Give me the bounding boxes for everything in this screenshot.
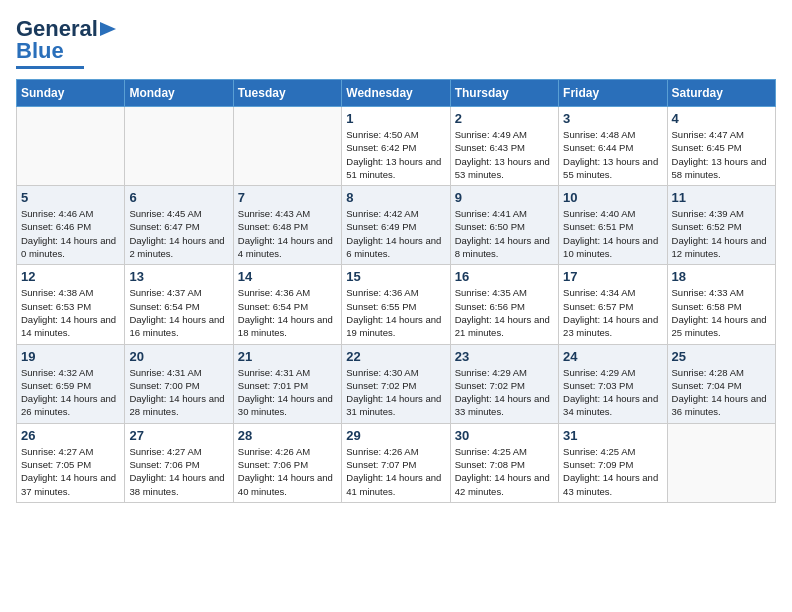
calendar-day-cell: 27 Sunrise: 4:27 AMSunset: 7:06 PMDaylig… [125,423,233,502]
day-number: 14 [238,269,337,284]
calendar-week-row: 5 Sunrise: 4:46 AMSunset: 6:46 PMDayligh… [17,186,776,265]
calendar-week-row: 1 Sunrise: 4:50 AMSunset: 6:42 PMDayligh… [17,107,776,186]
day-number: 9 [455,190,554,205]
day-info: Sunrise: 4:45 AMSunset: 6:47 PMDaylight:… [129,208,224,259]
day-number: 31 [563,428,662,443]
days-of-week-row: SundayMondayTuesdayWednesdayThursdayFrid… [17,80,776,107]
logo-underline [16,66,84,69]
dow-header: Saturday [667,80,775,107]
calendar-week-row: 26 Sunrise: 4:27 AMSunset: 7:05 PMDaylig… [17,423,776,502]
day-number: 15 [346,269,445,284]
day-number: 23 [455,349,554,364]
day-number: 2 [455,111,554,126]
day-number: 8 [346,190,445,205]
calendar-day-cell: 15 Sunrise: 4:36 AMSunset: 6:55 PMDaylig… [342,265,450,344]
day-info: Sunrise: 4:25 AMSunset: 7:08 PMDaylight:… [455,446,550,497]
day-number: 30 [455,428,554,443]
dow-header: Tuesday [233,80,341,107]
day-info: Sunrise: 4:31 AMSunset: 7:00 PMDaylight:… [129,367,224,418]
day-number: 1 [346,111,445,126]
day-info: Sunrise: 4:30 AMSunset: 7:02 PMDaylight:… [346,367,441,418]
day-info: Sunrise: 4:29 AMSunset: 7:02 PMDaylight:… [455,367,550,418]
day-info: Sunrise: 4:47 AMSunset: 6:45 PMDaylight:… [672,129,767,180]
calendar-day-cell: 2 Sunrise: 4:49 AMSunset: 6:43 PMDayligh… [450,107,558,186]
day-info: Sunrise: 4:42 AMSunset: 6:49 PMDaylight:… [346,208,441,259]
calendar-day-cell: 20 Sunrise: 4:31 AMSunset: 7:00 PMDaylig… [125,344,233,423]
day-number: 27 [129,428,228,443]
calendar-day-cell: 19 Sunrise: 4:32 AMSunset: 6:59 PMDaylig… [17,344,125,423]
calendar-day-cell: 11 Sunrise: 4:39 AMSunset: 6:52 PMDaylig… [667,186,775,265]
calendar-day-cell [233,107,341,186]
calendar-week-row: 19 Sunrise: 4:32 AMSunset: 6:59 PMDaylig… [17,344,776,423]
day-info: Sunrise: 4:25 AMSunset: 7:09 PMDaylight:… [563,446,658,497]
calendar-day-cell: 29 Sunrise: 4:26 AMSunset: 7:07 PMDaylig… [342,423,450,502]
day-info: Sunrise: 4:33 AMSunset: 6:58 PMDaylight:… [672,287,767,338]
calendar-body: 1 Sunrise: 4:50 AMSunset: 6:42 PMDayligh… [17,107,776,503]
day-info: Sunrise: 4:26 AMSunset: 7:06 PMDaylight:… [238,446,333,497]
calendar-day-cell: 28 Sunrise: 4:26 AMSunset: 7:06 PMDaylig… [233,423,341,502]
calendar-day-cell: 22 Sunrise: 4:30 AMSunset: 7:02 PMDaylig… [342,344,450,423]
day-info: Sunrise: 4:38 AMSunset: 6:53 PMDaylight:… [21,287,116,338]
day-info: Sunrise: 4:40 AMSunset: 6:51 PMDaylight:… [563,208,658,259]
day-number: 5 [21,190,120,205]
day-info: Sunrise: 4:26 AMSunset: 7:07 PMDaylight:… [346,446,441,497]
calendar-day-cell: 3 Sunrise: 4:48 AMSunset: 6:44 PMDayligh… [559,107,667,186]
calendar-day-cell: 18 Sunrise: 4:33 AMSunset: 6:58 PMDaylig… [667,265,775,344]
day-number: 16 [455,269,554,284]
day-info: Sunrise: 4:27 AMSunset: 7:05 PMDaylight:… [21,446,116,497]
day-number: 13 [129,269,228,284]
day-number: 20 [129,349,228,364]
day-info: Sunrise: 4:43 AMSunset: 6:48 PMDaylight:… [238,208,333,259]
day-number: 18 [672,269,771,284]
calendar-day-cell: 16 Sunrise: 4:35 AMSunset: 6:56 PMDaylig… [450,265,558,344]
day-info: Sunrise: 4:37 AMSunset: 6:54 PMDaylight:… [129,287,224,338]
day-number: 3 [563,111,662,126]
calendar-day-cell: 13 Sunrise: 4:37 AMSunset: 6:54 PMDaylig… [125,265,233,344]
calendar-day-cell [667,423,775,502]
day-number: 10 [563,190,662,205]
calendar-day-cell: 7 Sunrise: 4:43 AMSunset: 6:48 PMDayligh… [233,186,341,265]
calendar-day-cell: 24 Sunrise: 4:29 AMSunset: 7:03 PMDaylig… [559,344,667,423]
day-info: Sunrise: 4:27 AMSunset: 7:06 PMDaylight:… [129,446,224,497]
day-number: 24 [563,349,662,364]
calendar-day-cell [125,107,233,186]
dow-header: Sunday [17,80,125,107]
day-number: 11 [672,190,771,205]
day-number: 17 [563,269,662,284]
calendar-day-cell [17,107,125,186]
day-info: Sunrise: 4:49 AMSunset: 6:43 PMDaylight:… [455,129,550,180]
calendar-day-cell: 14 Sunrise: 4:36 AMSunset: 6:54 PMDaylig… [233,265,341,344]
day-number: 12 [21,269,120,284]
calendar-day-cell: 12 Sunrise: 4:38 AMSunset: 6:53 PMDaylig… [17,265,125,344]
day-number: 28 [238,428,337,443]
calendar-day-cell: 30 Sunrise: 4:25 AMSunset: 7:08 PMDaylig… [450,423,558,502]
day-number: 19 [21,349,120,364]
logo-blue: Blue [16,38,64,64]
calendar-day-cell: 5 Sunrise: 4:46 AMSunset: 6:46 PMDayligh… [17,186,125,265]
day-number: 21 [238,349,337,364]
calendar-day-cell: 9 Sunrise: 4:41 AMSunset: 6:50 PMDayligh… [450,186,558,265]
day-number: 4 [672,111,771,126]
day-info: Sunrise: 4:46 AMSunset: 6:46 PMDaylight:… [21,208,116,259]
svg-marker-0 [100,22,116,36]
dow-header: Friday [559,80,667,107]
day-info: Sunrise: 4:36 AMSunset: 6:54 PMDaylight:… [238,287,333,338]
day-info: Sunrise: 4:29 AMSunset: 7:03 PMDaylight:… [563,367,658,418]
day-info: Sunrise: 4:31 AMSunset: 7:01 PMDaylight:… [238,367,333,418]
calendar-day-cell: 17 Sunrise: 4:34 AMSunset: 6:57 PMDaylig… [559,265,667,344]
page-header: General Blue [16,16,776,69]
calendar-day-cell: 31 Sunrise: 4:25 AMSunset: 7:09 PMDaylig… [559,423,667,502]
calendar-table: SundayMondayTuesdayWednesdayThursdayFrid… [16,79,776,503]
calendar-day-cell: 21 Sunrise: 4:31 AMSunset: 7:01 PMDaylig… [233,344,341,423]
day-info: Sunrise: 4:41 AMSunset: 6:50 PMDaylight:… [455,208,550,259]
calendar-day-cell: 6 Sunrise: 4:45 AMSunset: 6:47 PMDayligh… [125,186,233,265]
calendar-week-row: 12 Sunrise: 4:38 AMSunset: 6:53 PMDaylig… [17,265,776,344]
day-number: 29 [346,428,445,443]
day-info: Sunrise: 4:36 AMSunset: 6:55 PMDaylight:… [346,287,441,338]
dow-header: Thursday [450,80,558,107]
day-number: 7 [238,190,337,205]
day-info: Sunrise: 4:48 AMSunset: 6:44 PMDaylight:… [563,129,658,180]
calendar-day-cell: 4 Sunrise: 4:47 AMSunset: 6:45 PMDayligh… [667,107,775,186]
day-info: Sunrise: 4:39 AMSunset: 6:52 PMDaylight:… [672,208,767,259]
dow-header: Monday [125,80,233,107]
